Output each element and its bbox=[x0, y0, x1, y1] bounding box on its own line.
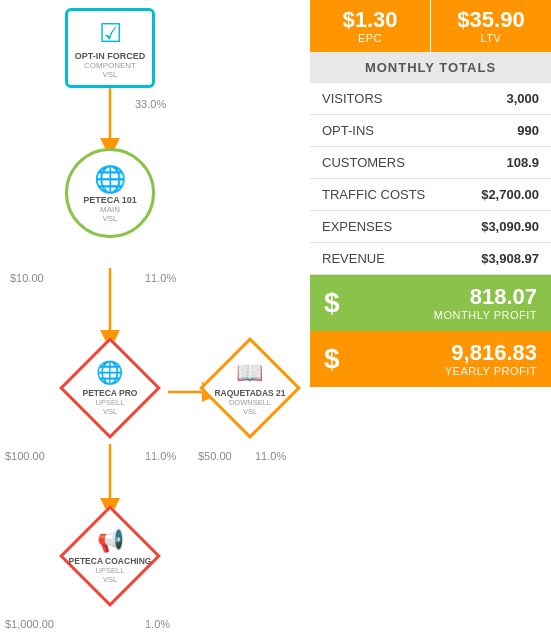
epc-label: EPC bbox=[358, 32, 382, 44]
optin-title: OPT-IN FORCED bbox=[75, 51, 146, 61]
raquetadas-wrap: 📖 RAQUETADAS 21 DOWNSELLVSL bbox=[200, 338, 300, 438]
peteca101-circle: 🌐 PETECA 101 MAINVSL bbox=[65, 148, 155, 238]
yearly-profit-dollar: $ bbox=[324, 343, 340, 375]
stats-row: REVENUE $3,908.97 bbox=[310, 243, 551, 275]
peteca101-title: PETECA 101 bbox=[83, 195, 137, 205]
stats-label: REVENUE bbox=[310, 243, 457, 275]
ltv-cell: $35.90 LTV bbox=[431, 0, 551, 52]
stats-value: 990 bbox=[457, 115, 551, 147]
stats-value: 108.9 bbox=[457, 147, 551, 179]
book-icon: 📖 bbox=[236, 360, 263, 386]
raquetadas-node: 📖 RAQUETADAS 21 DOWNSELLVSL bbox=[200, 338, 300, 438]
peteca-pro-pct-label: 11.0% bbox=[145, 450, 176, 462]
raquetadas-content: 📖 RAQUETADAS 21 DOWNSELLVSL bbox=[214, 360, 285, 416]
speaker-icon: 📢 bbox=[97, 528, 124, 554]
raquetadas-sub: DOWNSELLVSL bbox=[229, 398, 271, 416]
raquetadas-pct-label: 11.0% bbox=[255, 450, 286, 462]
monthly-profit-amount: 818.07 bbox=[470, 285, 537, 309]
peteca-pro-wrap: 🌐 PETECA PRO UPSELLVSL bbox=[60, 338, 160, 438]
raquetadas-title: RAQUETADAS 21 bbox=[214, 388, 285, 398]
peteca-pro-sub: UPSELLVSL bbox=[96, 398, 125, 416]
yearly-profit-row: $ 9,816.83 YEARLY PROFIT bbox=[310, 331, 551, 387]
epc-ltv-row: $1.30 EPC $35.90 LTV bbox=[310, 0, 551, 52]
peteca101-pct-label: 11.0% bbox=[145, 272, 176, 284]
yearly-profit-label: YEARLY PROFIT bbox=[445, 365, 537, 377]
optin-box: ☑ OPT-IN FORCED COMPONENTVSL bbox=[65, 8, 155, 88]
monthly-profit-dollar: $ bbox=[324, 287, 340, 319]
peteca-coaching-node: 📢 PETECA COACHING UPSELLVSL bbox=[60, 506, 160, 606]
monthly-profit-right: 818.07 MONTHLY PROFIT bbox=[350, 285, 537, 321]
epc-cell: $1.30 EPC bbox=[310, 0, 431, 52]
stats-table: VISITORS 3,000 OPT-INS 990 CUSTOMERS 108… bbox=[310, 83, 551, 275]
optin-node: ☑ OPT-IN FORCED COMPONENTVSL bbox=[65, 8, 155, 88]
coaching-price-label: $1,000.00 bbox=[5, 618, 54, 630]
peteca101-sub: MAINVSL bbox=[100, 205, 120, 223]
optin-pct-label: 33.0% bbox=[135, 98, 166, 110]
stats-label: TRAFFIC COSTS bbox=[310, 179, 457, 211]
peteca101-node: 🌐 PETECA 101 MAINVSL bbox=[65, 148, 155, 238]
stats-label: VISITORS bbox=[310, 83, 457, 115]
ltv-label: LTV bbox=[481, 32, 502, 44]
flow-diagram: ☑ OPT-IN FORCED COMPONENTVSL 33.0% 🌐 PET… bbox=[0, 0, 310, 644]
raquetadas-price-label: $50.00 bbox=[198, 450, 232, 462]
stats-value: $2,700.00 bbox=[457, 179, 551, 211]
optin-sub: COMPONENTVSL bbox=[84, 61, 136, 79]
stats-row: EXPENSES $3,090.90 bbox=[310, 211, 551, 243]
peteca-coaching-content: 📢 PETECA COACHING UPSELLVSL bbox=[69, 528, 152, 584]
stats-row: CUSTOMERS 108.9 bbox=[310, 147, 551, 179]
coaching-pct-label: 1.0% bbox=[145, 618, 170, 630]
stats-panel: $1.30 EPC $35.90 LTV MONTHLY TOTALS VISI… bbox=[310, 0, 551, 644]
ltv-value: $35.90 bbox=[457, 8, 524, 32]
peteca-coaching-wrap: 📢 PETECA COACHING UPSELLVSL bbox=[60, 506, 160, 606]
monthly-totals-header: MONTHLY TOTALS bbox=[310, 52, 551, 83]
yearly-profit-right: 9,816.83 YEARLY PROFIT bbox=[350, 341, 537, 377]
peteca-pro-content: 🌐 PETECA PRO UPSELLVSL bbox=[83, 360, 138, 416]
epc-value: $1.30 bbox=[342, 8, 397, 32]
stats-label: CUSTOMERS bbox=[310, 147, 457, 179]
peteca-pro-node: 🌐 PETECA PRO UPSELLVSL bbox=[60, 338, 160, 438]
stats-value: $3,908.97 bbox=[457, 243, 551, 275]
check-icon: ☑ bbox=[99, 18, 122, 49]
stats-row: TRAFFIC COSTS $2,700.00 bbox=[310, 179, 551, 211]
globe-icon-2: 🌐 bbox=[96, 360, 123, 386]
peteca101-price-label: $10.00 bbox=[10, 272, 44, 284]
peteca-coaching-title: PETECA COACHING bbox=[69, 556, 152, 566]
peteca-coaching-sub: UPSELLVSL bbox=[96, 566, 125, 584]
peteca-pro-title: PETECA PRO bbox=[83, 388, 138, 398]
monthly-profit-row: $ 818.07 MONTHLY PROFIT bbox=[310, 275, 551, 331]
stats-row: VISITORS 3,000 bbox=[310, 83, 551, 115]
stats-label: EXPENSES bbox=[310, 211, 457, 243]
yearly-profit-amount: 9,816.83 bbox=[451, 341, 537, 365]
peteca-pro-price-label: $100.00 bbox=[5, 450, 45, 462]
monthly-profit-label: MONTHLY PROFIT bbox=[434, 309, 537, 321]
globe-icon-1: 🌐 bbox=[94, 164, 126, 195]
stats-label: OPT-INS bbox=[310, 115, 457, 147]
stats-value: 3,000 bbox=[457, 83, 551, 115]
stats-value: $3,090.90 bbox=[457, 211, 551, 243]
stats-row: OPT-INS 990 bbox=[310, 115, 551, 147]
